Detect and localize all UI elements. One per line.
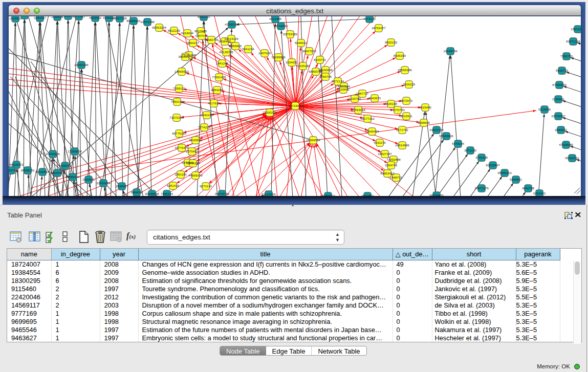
svg-text:42138745: 42138745 <box>219 50 233 54</box>
svg-text:96028436: 96028436 <box>429 193 444 196</box>
svg-text:47308985: 47308985 <box>559 143 573 146</box>
svg-text:25300215: 25300215 <box>263 111 277 114</box>
svg-text:83793389: 83793389 <box>283 32 297 36</box>
svg-text:7374122: 7374122 <box>363 17 376 20</box>
svg-text:4903402: 4903402 <box>89 16 102 19</box>
svg-text:38754377: 38754377 <box>372 26 386 30</box>
svg-text:2375453: 2375453 <box>186 149 199 153</box>
svg-text:6440561: 6440561 <box>510 178 522 181</box>
svg-text:2140194: 2140194 <box>201 113 213 117</box>
svg-text:84252722: 84252722 <box>321 194 335 196</box>
svg-text:9115460: 9115460 <box>419 105 431 109</box>
svg-text:39587039: 39587039 <box>113 16 127 20</box>
svg-text:17359924: 17359924 <box>68 149 82 153</box>
svg-text:17869910: 17869910 <box>175 70 189 73</box>
svg-text:12614124: 12614124 <box>224 37 238 40</box>
svg-text:16648784: 16648784 <box>443 49 458 53</box>
svg-text:1419610: 1419610 <box>9 16 22 20</box>
svg-text:31831063: 31831063 <box>429 128 444 132</box>
svg-text:81971316: 81971316 <box>566 39 580 43</box>
svg-text:6229731: 6229731 <box>314 58 326 61</box>
svg-text:68353204: 68353204 <box>152 26 166 29</box>
svg-text:2130789: 2130789 <box>349 97 361 100</box>
svg-text:83863413: 83863413 <box>380 171 395 175</box>
svg-text:10872248: 10872248 <box>140 20 155 24</box>
svg-text:15831819: 15831819 <box>571 27 581 31</box>
svg-text:30776478: 30776478 <box>175 146 189 149</box>
svg-text:6292423: 6292423 <box>533 191 546 195</box>
svg-text:81016525: 81016525 <box>262 192 276 196</box>
svg-text:4769795: 4769795 <box>319 75 332 78</box>
svg-text:1120642: 1120642 <box>337 87 350 91</box>
svg-text:9626108: 9626108 <box>385 102 398 105</box>
svg-text:19384554: 19384554 <box>306 138 320 142</box>
svg-text:66775103: 66775103 <box>172 132 186 135</box>
svg-text:3684052: 3684052 <box>130 190 143 194</box>
svg-text:2166941: 2166941 <box>552 97 565 101</box>
svg-text:4117625: 4117625 <box>208 101 220 105</box>
svg-text:7774229: 7774229 <box>198 125 211 129</box>
svg-text:87490893: 87490893 <box>552 83 567 86</box>
svg-text:77491435: 77491435 <box>212 75 226 79</box>
svg-text:38427073: 38427073 <box>302 49 316 53</box>
svg-text:5479144: 5479144 <box>452 142 465 145</box>
svg-text:72092888: 72092888 <box>386 158 401 161</box>
svg-text:5130808: 5130808 <box>189 138 202 142</box>
svg-text:7358113: 7358113 <box>173 86 185 90</box>
svg-text:6007072: 6007072 <box>195 34 208 37</box>
svg-text:5418934: 5418934 <box>181 31 194 35</box>
svg-text:88320463: 88320463 <box>50 171 64 174</box>
svg-text:95320121: 95320121 <box>565 156 579 160</box>
svg-text:23718431: 23718431 <box>274 24 288 28</box>
svg-text:47295260: 47295260 <box>225 23 239 26</box>
svg-text:7550190: 7550190 <box>171 100 184 103</box>
svg-text:7350753: 7350753 <box>560 54 573 58</box>
svg-text:89978790: 89978790 <box>215 192 229 195</box>
svg-text:8935169: 8935169 <box>394 54 406 57</box>
svg-text:3320821: 3320821 <box>82 178 95 181</box>
svg-text:71070189: 71070189 <box>169 116 184 119</box>
svg-text:8930103: 8930103 <box>385 40 398 44</box>
svg-text:6271130: 6271130 <box>200 184 212 188</box>
svg-text:2839607: 2839607 <box>116 184 128 188</box>
svg-text:6672134: 6672134 <box>332 79 344 83</box>
svg-text:4539704: 4539704 <box>9 168 18 172</box>
svg-text:5672073: 5672073 <box>400 99 413 102</box>
svg-text:58586340: 58586340 <box>66 175 80 179</box>
svg-text:38688676: 38688676 <box>178 55 192 58</box>
svg-text:6261415: 6261415 <box>167 184 180 187</box>
svg-text:55540424: 55540424 <box>365 129 379 133</box>
svg-text:3154051: 3154051 <box>286 60 298 64</box>
svg-text:18724007: 18724007 <box>288 104 302 107</box>
svg-text:38538251: 38538251 <box>20 168 35 172</box>
svg-text:90048665: 90048665 <box>145 192 159 195</box>
svg-text:5918715: 5918715 <box>556 69 569 72</box>
svg-text:1848731: 1848731 <box>390 176 403 179</box>
svg-text:3871230: 3871230 <box>464 148 477 152</box>
svg-text:65177213: 65177213 <box>360 117 375 120</box>
svg-text:26240908: 26240908 <box>318 68 333 72</box>
svg-text:22201654: 22201654 <box>96 181 111 185</box>
svg-text:20206526: 20206526 <box>46 152 60 156</box>
svg-text:5446912: 5446912 <box>295 41 308 45</box>
svg-text:7089806: 7089806 <box>229 44 242 48</box>
svg-text:2626229: 2626229 <box>403 82 416 86</box>
svg-text:1981186: 1981186 <box>175 172 187 176</box>
svg-text:9517485: 9517485 <box>194 29 207 33</box>
svg-text:63100814: 63100814 <box>35 170 50 173</box>
svg-text:45935572: 45935572 <box>9 163 24 166</box>
svg-text:1954280: 1954280 <box>211 88 224 92</box>
svg-text:24972279: 24972279 <box>474 186 489 190</box>
svg-text:19289546: 19289546 <box>271 55 286 59</box>
svg-text:2264748: 2264748 <box>385 163 398 167</box>
svg-text:98231132: 98231132 <box>186 161 200 165</box>
svg-text:97225156: 97225156 <box>296 64 310 68</box>
svg-text:31682744: 31682744 <box>204 38 219 41</box>
svg-text:89089901: 89089901 <box>126 19 141 23</box>
svg-text:42868828: 42868828 <box>17 16 32 17</box>
svg-text:1987737: 1987737 <box>356 92 369 95</box>
svg-text:1841248: 1841248 <box>216 61 229 65</box>
svg-text:6543670: 6543670 <box>368 96 381 100</box>
svg-text:5215958: 5215958 <box>538 107 551 111</box>
svg-text:57683626: 57683626 <box>439 134 453 138</box>
